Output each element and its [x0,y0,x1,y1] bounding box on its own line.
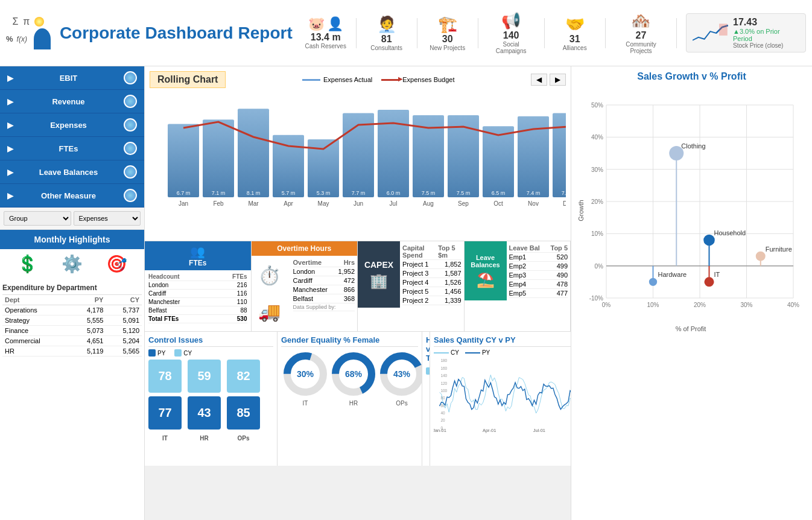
donut-label: HR [349,400,358,407]
prev-button[interactable]: ◀ [531,74,547,86]
hires-section: Hires v Terminations Hires Terminations … [422,332,430,466]
monthly-highlights[interactable]: Monthly Highlights [0,230,144,249]
bar [553,113,566,197]
bar-value-label: 5.7 m [282,190,296,196]
cy-sq-line-icon [434,352,449,354]
kpi-alliances: 🤝 31 Alliances [554,15,596,51]
bar [483,126,514,197]
sidebar-item-other[interactable]: ▶ Other Measure [0,184,144,208]
sigma-icon: Σ [12,16,18,27]
cy-col-header: CY [106,295,142,305]
leave-title: LeaveBalances [471,254,500,268]
donut-item: 68% HR [329,350,378,407]
cap-val: 1,587 [445,270,462,277]
ci-legend: PY CY [148,349,273,357]
group-select[interactable]: Group [4,211,71,226]
ftes-card-header: 👥 FTEs [145,241,251,270]
ftes-icon: 👥 [190,245,205,258]
sales-qty-section: Sales Qantity CY v PY CY PY 180160140120… [430,332,571,466]
bar-value-label: 6.0 m [387,190,401,196]
svg-text:43%: 43% [393,369,411,379]
bar-value-label: 7.5 m [457,190,471,196]
leave-circle-icon [124,165,137,179]
ci-grid: 78 77 IT 59 43 HR 82 85 OPs [148,360,273,442]
sidebar-item-ebit[interactable]: ▶ EBIT [0,66,144,90]
ftes-val: 110 [237,299,247,305]
actual-label: Expenses Actual [323,76,372,83]
cy-cell: 5,565 [106,346,142,357]
x-label: Jan-01 [434,428,446,433]
capex-table: Capital Spend Top 5 $m Project 11,852Pro… [400,241,464,308]
leave-bal: 477 [557,290,568,297]
highlights-icons: 💲 ⚙️ 🎯 [0,249,144,279]
sidebar-item-expenses[interactable]: ▶ Expenses [0,113,144,137]
piggy-icon: 🐷 [308,16,325,32]
other-circle-icon [124,189,137,202]
list-item: Belfast368 [293,294,355,303]
leave-col1: Leave Bal [509,244,540,252]
pi-icon: π [23,16,30,27]
cap-project: Project 5 [402,288,428,295]
cy-box: 82 [227,360,260,393]
ftes-val: 88 [240,307,247,314]
donut-item: 43% OPs [378,350,422,407]
dept-cell: HR [2,346,70,357]
donut-label: IT [303,400,308,407]
clock-icon: ⏱️ [258,265,281,286]
consult-label: Consultants [370,45,402,51]
list-item: Project 41,526 [402,278,462,287]
bottom-section: Control Issues PY CY 78 77 IT 59 43 HR 8… [145,332,571,466]
cy-cell: 5,120 [106,326,142,336]
ftes-body: Headcount FTEs London216Cardiff116Manche… [145,270,251,331]
list-item: Cardiff472 [293,276,355,285]
y-axis-label: 50% [591,102,603,109]
kpi-social: 📢 140 Social Campaigns [487,11,535,54]
y-label: 120 [440,381,447,385]
scatter-label: Clothing [681,142,705,150]
sidebar-item-ftes[interactable]: ▶ FTEs [0,137,144,160]
next-button[interactable]: ▶ [550,74,566,86]
leave-icon-area: LeaveBalances ⛱️ [465,241,507,300]
py-line [440,379,571,410]
leave-top: LeaveBalances ⛱️ Leave Bal Top 5 Emp1520… [465,241,571,300]
x-axis-label: Dec [563,200,566,207]
y-label: 100 [440,388,447,393]
list-item: 59 43 HR [188,360,221,442]
ftes-col2: FTEs [232,273,247,280]
ci-py-legend: PY [148,349,165,357]
list-item: Emp3490 [509,271,568,280]
x-axis-label: Jun [354,200,363,207]
arrow-icon: ▶ [7,168,13,177]
py-cell: 4,178 [70,305,106,315]
social-label: Social Campaigns [487,41,535,54]
bar-chart-container: 6.7 mJan7.1 mFeb8.1 mMar5.7 mApr5.3 mMay… [150,92,566,224]
y-axis-label: 20% [591,198,603,205]
ftes-col1: Headcount [148,273,180,280]
sales-qty-legend: CY PY [434,349,571,356]
expenses-select[interactable]: Expenses [74,211,141,226]
ot-city: Cardiff [293,277,312,284]
y-label: 80 [440,396,445,400]
leave-table: Leave Bal Top 5 Emp1520Emp2499Emp3490Emp… [507,241,571,300]
rolling-chart-title: Rolling Chart [150,71,226,88]
cap-project: Project 1 [402,261,428,268]
cap-col1: Capital Spend [402,244,438,259]
cap-project: Project 3 [402,270,428,277]
bar [273,135,304,197]
page-title: Corporate Dashboard Report [60,24,293,43]
sidebar-item-revenue[interactable]: ▶ Revenue [0,90,144,113]
list-item: Emp5477 [509,289,568,298]
bar-value-label: 6.7 m [177,190,191,196]
sidebar-item-leave[interactable]: ▶ Leave Balances [0,160,144,184]
divider-3 [478,18,478,48]
y-axis-title: Growth [577,200,585,221]
cy-cell: 5,737 [106,305,142,315]
capex-building-icon: 🏢 [370,273,388,290]
scatter-chart: 50%40%30%20%10%0%-10%0%10%20%30%40%% of … [576,87,807,334]
center-content: Rolling Chart Expenses Actual ▶ Expenses… [145,66,571,520]
leave-emp: Emp2 [509,262,527,270]
cap-val: 1,852 [445,261,462,268]
projects-value: 30 [442,34,453,45]
list-item: Project 31,587 [402,269,462,278]
dept-cell: Strategy [2,315,70,326]
